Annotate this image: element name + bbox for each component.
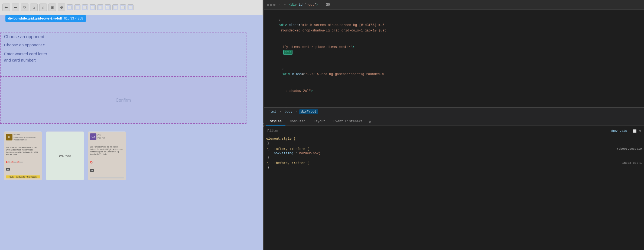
style-rule-star2: *, ::before, ::after { index.css:1 } bbox=[266, 161, 642, 169]
star-style-close: } bbox=[266, 155, 642, 159]
app-content-area: Choose an opponent: Choose an opponent ∨… bbox=[0, 15, 263, 74]
star-rule-body: box-sizing : border-box; bbox=[266, 152, 642, 155]
tab-icon-6[interactable]: ⬜ bbox=[105, 4, 111, 10]
style-selector-star: *, ::after, ::before { _reboot.scss:19 bbox=[266, 147, 642, 151]
devtools-dot-2 bbox=[270, 4, 272, 6]
browser-panel: ⬅ ➡ ↻ ⌂ ☆ ⊞ ⚙ ⬜ ⬜ ⬜ ⬜ ⬜ ⬜ ⬜ ⬜ ⬜ div.bg-w… bbox=[0, 0, 263, 250]
tab-icon-1[interactable]: ⬜ bbox=[67, 4, 73, 10]
confirm-button[interactable]: Confirm bbox=[116, 98, 131, 103]
devtools-header: ⋯ <div id="root"> == $0 bbox=[264, 0, 644, 10]
cards-section: H PCVNProbabilistic ClassificationVector… bbox=[0, 127, 246, 184]
index-css-source[interactable]: index.css:1 bbox=[622, 161, 642, 165]
tab-styles[interactable]: Styles bbox=[266, 118, 285, 126]
star-button[interactable]: ☆ bbox=[39, 4, 47, 11]
refresh-button[interactable]: ↻ bbox=[21, 4, 28, 11]
div-triangle-3[interactable] bbox=[285, 105, 288, 107]
home-button[interactable]: ⌂ bbox=[30, 4, 38, 11]
tab-icon-4[interactable]: ⬜ bbox=[90, 4, 96, 10]
element-state-icon[interactable]: ⬜ bbox=[633, 129, 637, 133]
tooltip-size: 615.33 × 368 bbox=[64, 17, 83, 20]
devtools-menu-icon[interactable]: ⋯ bbox=[279, 3, 281, 7]
filter-row: :hov .cls + ⬜ ⊡ bbox=[266, 128, 642, 135]
dom-line-1b: ify-items-center place-items-center"> gr… bbox=[264, 39, 644, 61]
star2-style-close: } bbox=[266, 166, 642, 169]
dom-line-1[interactable]: <div class="min-h-screen min-w-screen bg… bbox=[264, 12, 644, 39]
breadcrumb-bar: html › body › div#root bbox=[264, 107, 644, 116]
element-tooltip: div.bg-white.grid.grid-rows-2.w-full 615… bbox=[5, 15, 86, 22]
forward-button[interactable]: ➡ bbox=[12, 4, 19, 11]
dom-line-2b: d shadow-2xl"> bbox=[264, 83, 644, 100]
browser-toolbar: ⬅ ➡ ↻ ⌂ ☆ ⊞ ⚙ ⬜ ⬜ ⬜ ⬜ ⬜ ⬜ ⬜ ⬜ ⬜ bbox=[0, 0, 262, 15]
pseudo-filter-cls[interactable]: .cls bbox=[620, 129, 627, 133]
tab-icon-7[interactable]: ⬜ bbox=[112, 4, 118, 10]
add-rule-icon[interactable]: + bbox=[629, 129, 631, 133]
grid-button[interactable]: ⊞ bbox=[48, 4, 56, 11]
devtools-dot-3 bbox=[273, 4, 275, 6]
card-item-3: C2 PNPetri Net Das Perspektive ist die m… bbox=[88, 132, 126, 180]
star-selector-text: *, ::after, ::before { bbox=[266, 147, 309, 151]
card-item-1: H PCVNProbabilistic ClassificationVector… bbox=[4, 132, 42, 180]
card-input-label: Enter wanted card letter and card number… bbox=[4, 51, 259, 63]
dropdown-arrow-icon: ∨ bbox=[43, 43, 45, 47]
tab-more-icon[interactable]: » bbox=[367, 118, 373, 126]
dropdown-text: Choose an opponent bbox=[4, 43, 42, 47]
card-input-label-line2: and card number: bbox=[4, 58, 36, 62]
tab-icon-2[interactable]: ⬜ bbox=[74, 4, 80, 10]
dom-line-2[interactable]: <div class="h-2/3 w-2/3 bg-gameboardconf… bbox=[264, 61, 644, 83]
pseudo-filter-hov[interactable]: :hov bbox=[610, 129, 617, 133]
tab-event-listeners[interactable]: Event Listeners bbox=[330, 118, 366, 126]
div-triangle-2[interactable] bbox=[282, 67, 285, 72]
kd-tree-label: kd-Tree bbox=[59, 154, 71, 158]
tab-layout[interactable]: Layout bbox=[310, 118, 329, 126]
card-input-label-line1: Enter wanted card letter bbox=[4, 52, 47, 56]
style-selector-element: element.style { bbox=[266, 137, 642, 141]
dom-line-3[interactable]: <div class="w-full h-full grid grid-cols… bbox=[264, 100, 644, 107]
badge-grid-1: grid bbox=[283, 50, 292, 55]
dom-root-line: <div id="root"> == $0 bbox=[284, 3, 330, 7]
back-button[interactable]: ⬅ bbox=[2, 4, 10, 11]
tab-icon-8[interactable]: ⬜ bbox=[120, 4, 126, 10]
element-style-body: } bbox=[266, 141, 642, 145]
card-item-2: kd-Tree bbox=[46, 132, 84, 180]
breadcrumb-body[interactable]: body bbox=[283, 109, 294, 114]
tab-icon-9[interactable]: ⬜ bbox=[128, 4, 134, 10]
star2-selector-text: *, ::before, ::after { bbox=[266, 161, 309, 165]
opponent-dropdown-row[interactable]: Choose an opponent ∨ bbox=[4, 43, 259, 47]
breadcrumb-divroot[interactable]: div#root bbox=[299, 109, 318, 114]
style-rule-element: element.style { } bbox=[266, 137, 642, 145]
filter-input[interactable] bbox=[267, 129, 608, 133]
new-style-rule-icon[interactable]: ⊡ bbox=[639, 129, 641, 133]
breadcrumb-html[interactable]: html bbox=[267, 109, 278, 114]
devtools-dot-1 bbox=[267, 4, 269, 6]
style-rule-star: *, ::after, ::before { _reboot.scss:19 b… bbox=[266, 147, 642, 159]
dom-tree: <div class="min-h-screen min-w-screen bg… bbox=[264, 10, 644, 107]
box-sizing-property: box-sizing bbox=[269, 152, 293, 155]
element-style-close: } bbox=[267, 141, 269, 145]
settings-button[interactable]: ⚙ bbox=[58, 4, 65, 11]
tooltip-class: div.bg-white.grid.grid-rows-2.w-full bbox=[8, 17, 62, 20]
tab-icon-5[interactable]: ⬜ bbox=[97, 4, 103, 10]
div-triangle-1[interactable] bbox=[279, 18, 282, 23]
devtools-dots bbox=[267, 4, 275, 6]
confirm-section: Confirm bbox=[0, 76, 246, 124]
element-style-selector: element.style { bbox=[266, 137, 295, 141]
tab-computed[interactable]: Computed bbox=[286, 118, 309, 126]
style-selector-star2: *, ::before, ::after { index.css:1 bbox=[266, 161, 642, 165]
app-preview: div.bg-white.grid.grid-rows-2.w-full 615… bbox=[0, 15, 263, 250]
devtools-tabs-bar: Styles Computed Layout Event Listeners » bbox=[264, 116, 644, 126]
tab-icon-3[interactable]: ⬜ bbox=[82, 4, 88, 10]
devtools-panel: ⋯ <div id="root"> == $0 <div class="min-… bbox=[264, 0, 644, 250]
root-triangle[interactable] bbox=[284, 3, 287, 7]
choose-opponent-label: Choose an opponent: bbox=[4, 34, 259, 39]
styles-panel: :hov .cls + ⬜ ⊡ element.style { } *, ::a… bbox=[264, 126, 644, 250]
reboot-scss-source[interactable]: _reboot.scss:19 bbox=[615, 147, 642, 150]
box-sizing-value: border-box; bbox=[299, 152, 321, 155]
